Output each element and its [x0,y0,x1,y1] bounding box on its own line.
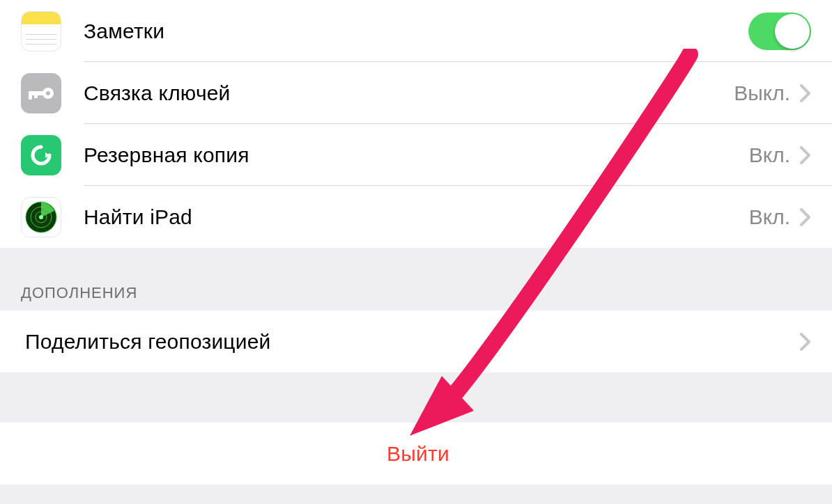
row-label: Резервная копия [84,143,749,167]
key-icon [21,73,61,113]
row-share-location[interactable]: Поделиться геопозицией [0,310,832,372]
svg-point-9 [39,215,43,219]
svg-point-4 [46,91,50,95]
row-notes[interactable]: Заметки [0,0,832,62]
section-gap [0,372,832,423]
settings-group-signout: Выйти [0,423,832,485]
row-value: Вкл. [749,143,790,167]
chevron-right-icon [800,84,811,102]
row-value: Выкл. [734,81,790,105]
row-label: Поделиться геопозицией [25,330,800,354]
section-header-additions: ДОПОЛНЕНИЯ [0,248,832,310]
signout-button[interactable]: Выйти [0,423,832,485]
signout-label: Выйти [387,442,449,466]
notes-toggle[interactable] [748,13,811,50]
notes-icon [21,11,61,52]
chevron-right-icon [800,333,811,351]
row-label: Связка ключей [84,81,734,105]
row-label: Найти iPad [84,205,749,229]
settings-group-icloud: Заметки Связка ключей Выкл. [0,0,832,248]
row-find-ipad[interactable]: Найти iPad Вкл. [0,186,832,248]
row-label: Заметки [84,19,748,43]
chevron-right-icon [800,208,811,226]
backup-icon [21,135,61,175]
row-value: Вкл. [749,205,790,229]
row-backup[interactable]: Резервная копия Вкл. [0,124,832,186]
row-keychain[interactable]: Связка ключей Выкл. [0,62,832,124]
svg-rect-2 [29,91,32,100]
chevron-right-icon [800,146,811,164]
settings-group-additions: Поделиться геопозицией [0,310,832,372]
svg-rect-3 [34,91,38,98]
radar-icon [21,197,61,237]
